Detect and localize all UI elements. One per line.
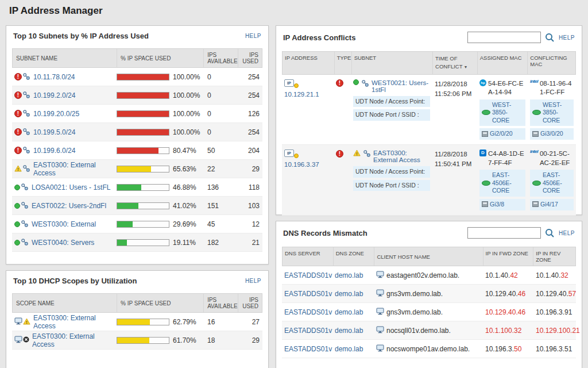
subnet-icon <box>22 109 30 118</box>
status-warning-icon: ! <box>353 150 361 158</box>
ip-space-used-cell: 19.11% <box>117 239 204 247</box>
usage-percent-label: 62.79% <box>173 318 196 326</box>
dns-panel-title: DNS Records Mismatch <box>283 229 368 237</box>
subnet-link[interactable]: WEST0040: Servers <box>32 239 94 247</box>
scope-status-cluster: ! <box>14 317 30 326</box>
node-up-icon <box>482 181 490 186</box>
subnet-link[interactable]: 10.11.78.0/24 <box>33 73 75 81</box>
ip-icons: IP <box>284 79 331 88</box>
panel-head: Top 10 DHCP Scopes by Utilization HELP <box>6 271 268 290</box>
usage-percent-label: 61.70% <box>173 336 196 344</box>
ip-in-fwd-zone-cell: 10.129.40.46 <box>483 290 533 298</box>
udt-port-link[interactable]: Gi3/8 <box>490 201 504 209</box>
udt-port-link[interactable]: Gi4/17 <box>540 201 558 209</box>
dns-mismatch-row: EASTADDS01vdemo.labnocswompe01av.demo.la… <box>282 340 576 358</box>
subnet-link[interactable]: 10.199.20.0/25 <box>33 110 79 118</box>
dns-help-link[interactable]: HELP <box>559 230 575 236</box>
subnet-link[interactable]: LOSA0021: Users - 1stFL <box>32 183 110 191</box>
ips-used-value: 29 <box>238 165 262 173</box>
conflict-subnet-link[interactable]: WEST0021: Users-1stFl <box>372 79 430 93</box>
udt-node-link[interactable]: WEST-3850-CORE <box>543 101 571 125</box>
udt-node-link[interactable]: EAST-4506E-CORE <box>543 171 571 195</box>
dhcp-help-link[interactable]: HELP <box>245 278 261 284</box>
dns-server-link[interactable]: EASTADDS01v <box>284 327 332 335</box>
dns-search-input[interactable] <box>467 227 541 239</box>
dns-server-link[interactable]: EASTADDS01v <box>284 345 332 353</box>
subnet-icon <box>21 238 29 247</box>
usage-bar <box>117 110 169 117</box>
conflicting-mac-line: intel08-11-96-41-FC-FF <box>530 79 574 97</box>
udt-port-link[interactable]: Gi2/0/20 <box>490 130 513 138</box>
ip-mismatch-part: 32 <box>560 271 568 279</box>
ips-used-value: 126 <box>238 110 262 118</box>
ip-mismatch-part: 10.129.100.21 <box>536 327 580 335</box>
search-icon[interactable] <box>545 228 555 238</box>
dns-zone-link[interactable]: demo.lab <box>335 290 363 298</box>
subnet-icon <box>21 183 29 192</box>
dns-server-link[interactable]: EASTADDS01v <box>284 290 332 298</box>
status-warning-icon: ! <box>23 318 30 326</box>
subnet-link[interactable]: WEST0300: External <box>32 220 96 228</box>
dhcp-scope-row: !EAST0300: External Access62.79%1627 <box>12 313 262 331</box>
dns-zone-link[interactable]: demo.lab <box>335 271 363 279</box>
udt-node-link[interactable]: WEST-3850-CORE <box>492 101 523 125</box>
subnet-icon <box>363 150 371 159</box>
subnet-link[interactable]: 10.199.6.0/24 <box>33 147 75 155</box>
dns-zone-link[interactable]: demo.lab <box>335 308 363 316</box>
dns-zone-link[interactable]: demo.lab <box>335 327 363 335</box>
time-of-conflict-cell: 11/28/2018 11:50:41 PM <box>432 150 477 210</box>
panel-top-dhcp-scopes: Top 10 DHCP Scopes by Utilization HELP S… <box>6 270 269 368</box>
conflict-ip-link[interactable]: 10.129.21.1 <box>284 91 319 98</box>
udt-node-link[interactable]: EAST-4506E-CORE <box>492 171 523 195</box>
dns-server-link[interactable]: EASTADDS01v <box>284 308 332 316</box>
conflicts-search-input[interactable] <box>467 32 541 43</box>
subnet-link[interactable]: 10.199.5.0/24 <box>33 128 75 136</box>
usage-bar <box>117 221 169 228</box>
ip-mismatch-part: 57 <box>568 290 576 298</box>
status-up-icon <box>14 221 20 227</box>
subnet-status-cluster <box>14 238 29 247</box>
dns-zone-link[interactable]: demo.lab <box>335 345 363 353</box>
column-header-time-of-conflict[interactable]: TIME OF CONFLICT▼ <box>432 52 477 74</box>
subnet-status-cluster: ! <box>14 146 30 155</box>
dhcp-scope-link-cell: !EAST0300: External Access <box>12 314 117 330</box>
subnet-link[interactable]: EAST0300: External Access <box>33 161 117 177</box>
dns-zone-cell: demo.lab <box>332 271 374 279</box>
conflict-subnet-link[interactable]: EAST0300: External Access <box>373 150 430 163</box>
assigned-mac-line: hp54-E6-FC-EA-14-94 <box>479 79 525 97</box>
subnet-link-cell: !EAST0300: External Access <box>12 161 117 177</box>
ips-available-value: 18 <box>204 336 238 344</box>
monitor-icon <box>376 326 384 335</box>
udt-port-value-box: Gi3/0/20 <box>530 128 574 140</box>
usage-percent-label: 29.69% <box>173 220 196 228</box>
dns-server-link[interactable]: EASTADDS01v <box>284 271 332 279</box>
usage-bar <box>117 92 169 99</box>
node-up-icon <box>532 110 541 115</box>
node-up-icon <box>532 181 541 186</box>
subnet-icons: WEST0021: Users-1stFl <box>353 79 430 93</box>
subnet-link[interactable]: 10.199.2.0/24 <box>33 91 75 99</box>
conflicts-help-link[interactable]: HELP <box>559 34 575 41</box>
monitor-icon <box>376 271 384 279</box>
usage-bar-fill <box>117 166 151 172</box>
subnets-help-link[interactable]: HELP <box>245 33 261 39</box>
udt-port-link[interactable]: Gi3/0/20 <box>540 130 563 138</box>
conflict-ip-link[interactable]: 10.196.3.37 <box>284 161 319 168</box>
client-host-name: gns3vm.demo.lab. <box>386 308 443 316</box>
dhcp-scope-link[interactable]: EAST0300: External Access <box>32 332 117 348</box>
fwd-zone-ip: 10.1.40.42 <box>485 271 518 279</box>
column-header-ips-used: IPS USED <box>238 49 262 67</box>
dns-server-cell: EASTADDS01v <box>282 345 332 353</box>
subnet-link[interactable]: EAST0022: Users-2ndFl <box>32 202 106 210</box>
dhcp-scope-link[interactable]: EAST0300: External Access <box>33 314 117 330</box>
search-icon[interactable] <box>545 33 555 43</box>
ip-match-part: 10.196.3. <box>485 345 514 353</box>
ips-used-value: 12 <box>238 220 262 228</box>
conflicting-mac-address: 00-21-5C-AC-2E-EF <box>540 150 574 167</box>
usage-percent-label: 19.11% <box>173 239 196 247</box>
rev-zone-ip: 10.129.100.21 <box>536 327 580 335</box>
udt-port-value-box: Gi3/8 <box>479 199 525 210</box>
status-warning-icon: ! <box>14 165 22 173</box>
ips-used-value: 27 <box>238 318 262 326</box>
conflicting-mac-line: intel00-21-5C-AC-2E-EF <box>530 150 574 167</box>
